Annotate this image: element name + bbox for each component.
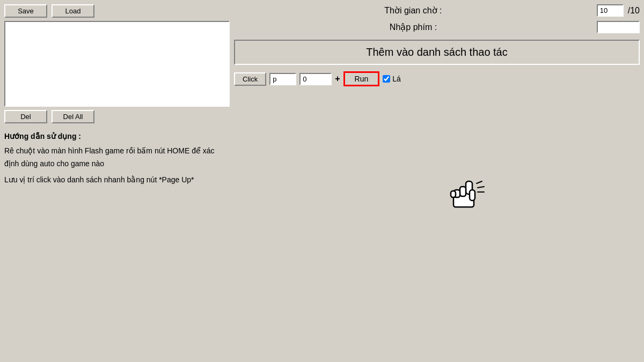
nhap-phim-input[interactable] bbox=[597, 21, 640, 33]
save-button[interactable]: Save bbox=[4, 4, 47, 18]
instructions-title: Hướng dẫn sử dụng : bbox=[4, 132, 230, 141]
bottom-left-buttons: Del Del All bbox=[4, 110, 230, 123]
thoi-gian-suffix: /10 bbox=[628, 6, 640, 16]
thoi-gian-row: Thời gian chờ : /10 bbox=[234, 4, 640, 17]
list-box[interactable] bbox=[4, 21, 230, 107]
nhap-phim-row: Nhập phím : bbox=[234, 21, 640, 33]
run-button[interactable]: Run bbox=[343, 71, 380, 86]
click-button[interactable]: Click bbox=[234, 72, 266, 86]
la-checkbox[interactable] bbox=[383, 75, 390, 83]
them-vao-box[interactable]: Thêm vào danh sách thao tác bbox=[234, 40, 640, 65]
instruction-line-1: Rê chuột vào màn hình Flash game rồi bấm… bbox=[4, 145, 230, 171]
them-vao-label: Thêm vào danh sách thao tác bbox=[366, 46, 508, 58]
zero-input[interactable] bbox=[299, 73, 332, 85]
instruction-line-2: Lưu vị trí click vào danh sách nhanh bằn… bbox=[4, 174, 230, 187]
load-button[interactable]: Load bbox=[52, 4, 94, 18]
checkbox-area: Lá bbox=[383, 75, 401, 83]
plus-sign: + bbox=[335, 74, 340, 84]
action-row: Click + Run Lá bbox=[234, 71, 640, 86]
del-all-button[interactable]: Del All bbox=[52, 110, 94, 123]
nhap-phim-label: Nhập phím : bbox=[234, 22, 592, 32]
instructions-block: Hướng dẫn sử dụng : Rê chuột vào màn hìn… bbox=[4, 132, 230, 189]
left-panel: Save Load Del Del All Hướng dẫn sử dụng … bbox=[4, 4, 230, 358]
main-container: Save Load Del Del All Hướng dẫn sử dụng … bbox=[0, 0, 644, 362]
del-button[interactable]: Del bbox=[4, 110, 47, 123]
top-buttons: Save Load bbox=[4, 4, 230, 18]
right-panel: Thời gian chờ : /10 Nhập phím : Thêm vào… bbox=[234, 4, 640, 358]
thoi-gian-label: Thời gian chờ : bbox=[234, 5, 592, 16]
thoi-gian-input[interactable] bbox=[597, 4, 624, 17]
p-input[interactable] bbox=[269, 73, 296, 85]
la-label: Lá bbox=[392, 75, 401, 83]
